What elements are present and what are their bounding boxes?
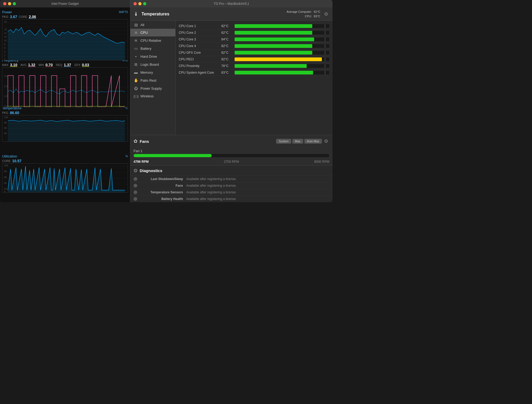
diag-indicator xyxy=(134,197,137,201)
sidebar-item-cpu[interactable]: ⚙ CPU xyxy=(130,29,175,36)
right-titlebar: TG Pro – MacBookAir9,1 xyxy=(130,0,332,7)
fan1-row: Fan 1 xyxy=(130,147,332,159)
temp-pkg-val: 86.60 xyxy=(10,111,19,115)
freq-req-val: 1.37 xyxy=(64,63,71,67)
util-values: CORE 10.57 xyxy=(2,159,128,163)
sidebar-item-all[interactable]: ▤ All xyxy=(130,21,175,29)
power-title: Power xyxy=(2,10,12,14)
cpu-temp-label: CPU: xyxy=(305,15,312,18)
svg-text:12: 12 xyxy=(4,35,7,38)
sensor-bar-marker xyxy=(325,71,325,74)
bottom-sections: ✿ Fans System Max Auto Max ⚙ Fan 1 xyxy=(130,135,332,202)
sensor-bar-container xyxy=(235,51,329,55)
sidebar-harddrive-label: Hard Drive xyxy=(140,55,157,59)
sidebar-battery-label: Battery xyxy=(140,47,151,51)
temp-header: 🌡 Temperatures Average Computer: 61°C CP… xyxy=(130,7,332,21)
svg-text:40: 40 xyxy=(4,132,7,135)
memory-icon: ▬ xyxy=(134,70,138,74)
sidebar-memory-label: Memory xyxy=(140,70,153,74)
temp-title-group: 🌡 Temperatures xyxy=(134,11,169,17)
fan1-bar xyxy=(134,154,212,157)
sidebar-item-battery[interactable]: ▭ Battery xyxy=(130,44,175,52)
core-label: CORE xyxy=(19,15,27,18)
traffic-lights xyxy=(3,2,16,5)
sidebar-item-palm-rest[interactable]: ✋ Palm Rest xyxy=(130,76,175,84)
temp-section: 🌡 Temperatures Average Computer: 61°C CP… xyxy=(130,7,332,202)
sensor-bar xyxy=(235,64,307,68)
cpu-icon: ⚙ xyxy=(134,31,138,35)
utilization-section: Utilization % CORE 10.57 100 80 60 xyxy=(2,154,128,200)
sensor-bar-marker xyxy=(325,31,325,35)
sensor-bar-container xyxy=(235,38,329,41)
sensor-bar xyxy=(235,57,322,61)
sidebar-item-power-supply[interactable]: ⏻ Power Supply xyxy=(130,84,175,92)
left-titlebar: Intel Power Gadget xyxy=(0,0,130,7)
temp-row: CPU GFX Core 82°C xyxy=(179,49,329,56)
avg-label: Average Computer: xyxy=(286,10,312,13)
diagnostics-section: ⊙ Diagnostics Last Shutdown/Sleep Availa… xyxy=(130,165,332,202)
svg-text:20: 20 xyxy=(4,188,7,190)
temp-row: CPU Proximity 76°C xyxy=(179,63,329,69)
temp-row: CPU Core 4 82°C xyxy=(179,43,329,49)
svg-text:4: 4 xyxy=(4,50,5,53)
right-panel: TG Pro – MacBookAir9,1 🌡 Temperatures Av… xyxy=(130,0,332,202)
sensor-value: 76°C xyxy=(221,64,235,68)
util-unit: % xyxy=(126,155,128,158)
util-core-val: 10.57 xyxy=(12,159,22,163)
svg-text:20: 20 xyxy=(4,20,7,23)
pkg-label: PKG xyxy=(2,15,8,18)
left-content: Power WATTS PKG 3.67 CORE 2.06 xyxy=(0,7,130,202)
sidebar-item-wireless[interactable]: ((·)) Wireless xyxy=(130,92,175,100)
diag-item-value: Available after registering a license. xyxy=(186,177,236,181)
diag-row: Temperature Sensors Available after regi… xyxy=(130,189,332,195)
cpu-relative-icon: ≋ xyxy=(134,38,138,43)
right-maximize-button[interactable] xyxy=(143,2,146,5)
fans-system-button[interactable]: System xyxy=(276,139,291,144)
sensor-name: CPU GFX Core xyxy=(179,51,221,55)
close-button[interactable] xyxy=(3,2,6,5)
diag-indicator xyxy=(134,177,137,181)
minimize-button[interactable] xyxy=(8,2,11,5)
sidebar-item-memory[interactable]: ▬ Memory xyxy=(130,68,175,76)
svg-text:3.0: 3.0 xyxy=(4,75,7,77)
sidebar-item-logic-board[interactable]: ⊞ Logic Board xyxy=(130,60,175,68)
power-header: Power WATTS xyxy=(2,10,128,14)
fans-settings-button[interactable]: ⚙ xyxy=(323,137,329,145)
freq-gfx-val: 0.03 xyxy=(82,63,89,67)
diag-list: Last Shutdown/Sleep Available after regi… xyxy=(130,176,332,202)
fans-automax-button[interactable]: Auto Max xyxy=(304,139,322,144)
sidebar-wireless-label: Wireless xyxy=(140,94,154,98)
frequency-section: Frequency GHZ MAX 3.10 AVG 1.32 MIN 0.70… xyxy=(2,58,128,104)
svg-text:60: 60 xyxy=(4,127,7,129)
sidebar-item-hard-drive[interactable]: ▪ Hard Drive xyxy=(130,52,175,60)
svg-text:80: 80 xyxy=(4,170,7,173)
temp-settings-button[interactable]: ⚙ xyxy=(323,10,329,18)
sensor-bar-marker xyxy=(325,44,325,48)
sensor-bar xyxy=(235,44,312,48)
cpu-temp-row: CPU: 83°C xyxy=(286,14,320,19)
sensor-name: CPU Core 2 xyxy=(179,31,221,35)
sensor-value: 92°C xyxy=(221,57,235,61)
right-content: 🌡 Temperatures Average Computer: 61°C CP… xyxy=(130,7,332,202)
temp-body: ▤ All ⚙ CPU ≋ CPU Relative ▭ Battery xyxy=(130,21,332,135)
sensor-name: CPU PECI xyxy=(179,57,221,61)
svg-text:80: 80 xyxy=(4,121,7,124)
sensor-bar xyxy=(235,24,312,28)
sensor-name: CPU Core 1 xyxy=(179,24,221,28)
freq-chart: 3.0 2.0 1.0 0.0 xyxy=(2,67,128,107)
power-supply-icon: ⏻ xyxy=(134,86,138,90)
fan1-name: Fan 1 xyxy=(134,149,329,153)
sidebar-item-cpu-relative[interactable]: ≋ CPU Relative xyxy=(130,36,175,44)
right-close-button[interactable] xyxy=(134,2,137,5)
svg-marker-40 xyxy=(8,120,125,142)
freq-min-label: MIN xyxy=(39,63,44,66)
fans-title: Fans xyxy=(140,139,149,144)
fans-max-button[interactable]: Max xyxy=(292,139,303,144)
maximize-button[interactable] xyxy=(13,2,16,5)
svg-text:1.0: 1.0 xyxy=(4,95,7,97)
diag-title: Diagnostics xyxy=(140,168,162,173)
diag-row: Last Shutdown/Sleep Available after regi… xyxy=(130,176,332,182)
svg-text:100: 100 xyxy=(4,164,8,167)
right-minimize-button[interactable] xyxy=(138,2,142,5)
diag-row: Fans Available after registering a licen… xyxy=(130,182,332,189)
